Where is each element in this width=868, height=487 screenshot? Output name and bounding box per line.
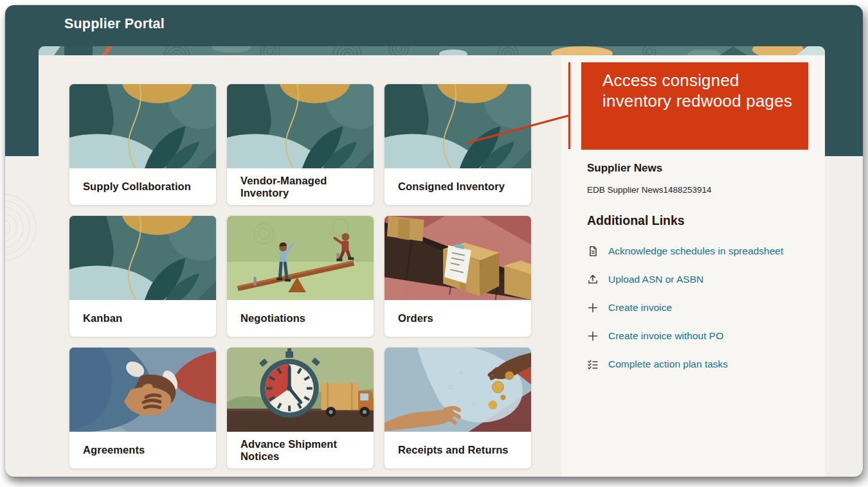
card-label: Advance Shipment Notices — [240, 438, 374, 463]
card-orders[interactable]: Orders — [384, 215, 532, 337]
page-title: Supplier Portal — [64, 16, 165, 32]
card-vendor-managed-inventory[interactable]: Vendor-Managed Inventory — [226, 84, 374, 206]
link-acknowledge-schedules[interactable]: Acknowledge schedules in spreadsheet — [587, 245, 811, 257]
link-complete-action-plan-tasks[interactable]: Complete action plan tasks — [587, 359, 811, 370]
card-label: Negotiations — [240, 312, 305, 324]
upload-icon — [587, 274, 599, 285]
link-label[interactable]: Upload ASN or ASBN — [608, 274, 703, 285]
supplier-news-item[interactable]: EDB Supplier News1488253914 — [587, 185, 811, 195]
card-supply-collaboration[interactable]: Supply Collaboration — [69, 84, 217, 206]
additional-links-heading: Additional Links — [587, 213, 811, 228]
card-receipts-and-returns[interactable]: Receipts and Returns — [384, 347, 532, 469]
abstract-teal-illustration — [69, 216, 216, 300]
card-label: Agreements — [83, 444, 145, 456]
plus-icon — [587, 330, 599, 342]
document-icon — [587, 245, 599, 257]
card-negotiations[interactable]: Negotiations — [226, 215, 374, 337]
link-create-invoice[interactable]: Create invoice — [587, 302, 811, 314]
link-label[interactable]: Create invoice — [608, 302, 672, 314]
link-label[interactable]: Complete action plan tasks — [608, 359, 728, 370]
sidebar: Supplier News EDB Supplier News148825391… — [587, 162, 811, 387]
supplier-news-heading: Supplier News — [587, 162, 811, 175]
seesaw-illustration — [227, 216, 374, 300]
link-label[interactable]: Create invoice without PO — [608, 330, 723, 342]
plus-icon — [587, 302, 599, 314]
card-label: Kanban — [83, 312, 122, 324]
link-create-invoice-without-po[interactable]: Create invoice without PO — [587, 330, 811, 342]
link-upload-asn[interactable]: Upload ASN or ASBN — [587, 274, 811, 285]
app-window: Supplier Portal Supply Collaboration Ven… — [5, 5, 863, 477]
card-kanban[interactable]: Kanban — [69, 215, 217, 337]
abstract-teal-illustration — [227, 84, 374, 168]
card-grid: Supply Collaboration Vendor-Managed Inve… — [69, 84, 532, 469]
abstract-teal-illustration — [69, 84, 216, 168]
decorative-banner — [39, 46, 825, 55]
screenshot-stage: Supplier Portal Supply Collaboration Ven… — [0, 0, 868, 487]
card-label: Consigned Inventory — [398, 181, 505, 193]
card-label: Receipts and Returns — [398, 444, 509, 456]
card-label: Supply Collaboration — [83, 181, 191, 193]
handshake-illustration — [69, 348, 216, 432]
annotation-vertical-line — [568, 62, 570, 149]
annotation-text: Access consigned inventory redwood pages — [602, 71, 792, 111]
annotation-callout: Access consigned inventory redwood pages — [581, 62, 808, 150]
annotation-pointer-line — [464, 113, 571, 145]
conveyor-boxes-illustration — [384, 216, 531, 300]
checklist-icon — [587, 359, 599, 370]
stopwatch-truck-illustration — [227, 348, 374, 432]
card-advance-shipment-notices[interactable]: Advance Shipment Notices — [226, 347, 374, 469]
link-label[interactable]: Acknowledge schedules in spreadsheet — [608, 245, 783, 257]
card-label: Vendor-Managed Inventory — [240, 175, 374, 199]
card-label: Orders — [398, 312, 433, 324]
card-agreements[interactable]: Agreements — [69, 347, 217, 469]
hands-coins-illustration — [384, 348, 531, 432]
